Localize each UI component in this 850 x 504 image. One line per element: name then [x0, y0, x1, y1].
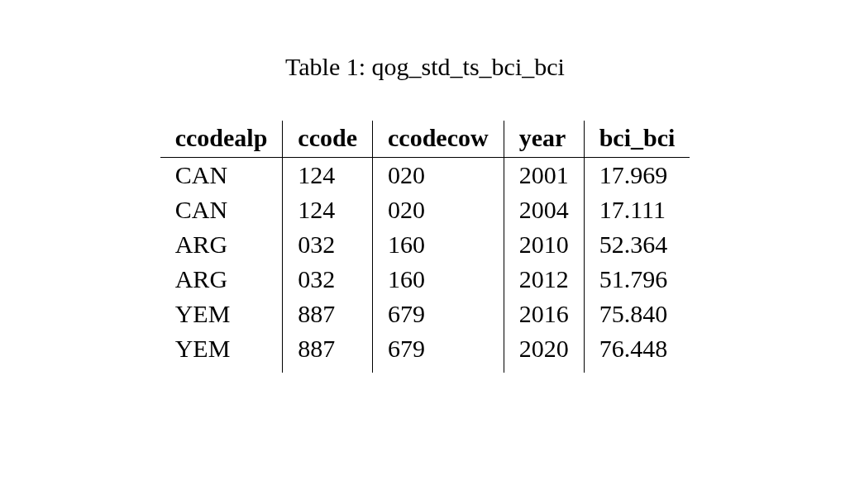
cell-bci-bci: 76.448 [584, 331, 690, 373]
cell-ccodealp: YEM [160, 297, 283, 331]
cell-year: 2001 [504, 158, 584, 193]
cell-ccodecow: 679 [373, 331, 504, 373]
cell-ccode: 887 [283, 331, 373, 373]
cell-year: 2020 [504, 331, 584, 373]
cell-year: 2016 [504, 297, 584, 331]
table-row: CAN 124 020 2004 17.111 [160, 193, 690, 227]
cell-ccodecow: 020 [373, 158, 504, 193]
cell-bci-bci: 17.111 [584, 193, 690, 227]
cell-ccodealp: YEM [160, 331, 283, 373]
cell-ccodealp: CAN [160, 193, 283, 227]
cell-year: 2010 [504, 227, 584, 262]
cell-ccodecow: 679 [373, 297, 504, 331]
col-ccodealp: ccodealp [160, 121, 283, 158]
table-header-row: ccodealp ccode ccodecow year bci_bci [160, 121, 690, 158]
table-row: ARG 032 160 2010 52.364 [160, 227, 690, 262]
cell-bci-bci: 75.840 [584, 297, 690, 331]
cell-ccodealp: ARG [160, 262, 283, 297]
cell-year: 2012 [504, 262, 584, 297]
table-row: YEM 887 679 2020 76.448 [160, 331, 690, 373]
cell-ccodealp: CAN [160, 158, 283, 193]
cell-bci-bci: 51.796 [584, 262, 690, 297]
col-year: year [504, 121, 584, 158]
cell-ccodealp: ARG [160, 227, 283, 262]
cell-bci-bci: 52.364 [584, 227, 690, 262]
cell-ccodecow: 160 [373, 262, 504, 297]
table-row: YEM 887 679 2016 75.840 [160, 297, 690, 331]
table-row: ARG 032 160 2012 51.796 [160, 262, 690, 297]
table-row: CAN 124 020 2001 17.969 [160, 158, 690, 193]
cell-ccode: 032 [283, 262, 373, 297]
table-caption: Table 1: qog_std_ts_bci_bci [285, 53, 565, 81]
cell-ccode: 124 [283, 158, 373, 193]
cell-ccode: 887 [283, 297, 373, 331]
cell-ccodecow: 020 [373, 193, 504, 227]
data-table: ccodealp ccode ccodecow year bci_bci CAN… [160, 121, 690, 373]
cell-bci-bci: 17.969 [584, 158, 690, 193]
cell-ccode: 124 [283, 193, 373, 227]
col-bci-bci: bci_bci [584, 121, 690, 158]
col-ccodecow: ccodecow [373, 121, 504, 158]
cell-ccodecow: 160 [373, 227, 504, 262]
col-ccode: ccode [283, 121, 373, 158]
cell-ccode: 032 [283, 227, 373, 262]
cell-year: 2004 [504, 193, 584, 227]
